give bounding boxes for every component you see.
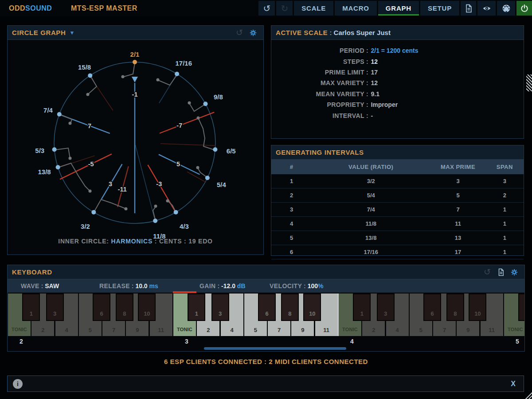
- ratio-label: 6/5: [227, 147, 236, 155]
- octave-number-strip: 2345: [8, 337, 524, 346]
- ray-label: 7: [88, 122, 91, 129]
- tab-setup[interactable]: SETUP: [420, 1, 459, 16]
- scale-degree-dot[interactable]: [174, 210, 178, 215]
- deviation-dot: [166, 200, 169, 203]
- midi-button[interactable]: [497, 1, 515, 16]
- tab-graph[interactable]: GRAPH: [378, 1, 419, 16]
- black-key[interactable]: 6: [258, 293, 276, 321]
- scale-degree-dot[interactable]: [57, 112, 62, 117]
- scale-degree-dot[interactable]: [213, 147, 217, 152]
- info-icon[interactable]: i: [13, 379, 23, 389]
- tab-scale[interactable]: SCALE: [294, 1, 333, 16]
- reset-icon[interactable]: ↺: [484, 268, 491, 276]
- ratio-label: 9/8: [214, 93, 223, 101]
- reset-icon[interactable]: ↺: [236, 28, 243, 37]
- scale-degree-dot[interactable]: [153, 219, 157, 223]
- column-header: VALUE (RATIO): [312, 160, 430, 174]
- deviation-line: [189, 103, 205, 111]
- black-key[interactable]: 3: [211, 293, 229, 321]
- ray-label: -5: [88, 160, 94, 168]
- octave-number: 2: [20, 337, 23, 346]
- deviation-dot: [69, 122, 72, 125]
- black-key[interactable]: 10: [469, 293, 486, 321]
- tonic-indicator: [173, 291, 196, 293]
- close-button[interactable]: X: [511, 376, 516, 391]
- scale-degree-dot[interactable]: [91, 210, 96, 215]
- range-boundary-line: [337, 293, 339, 336]
- circle-graph-panel: CIRCLE GRAPH ▼ ↺ -17-75-53-3-112/117/169…: [7, 25, 264, 255]
- eye-icon: [482, 4, 491, 13]
- top-bar: ODDSOUND MTS-ESP MASTER ↺ ↻ SCALE MACRO …: [0, 0, 532, 16]
- keyboard-params-bar: WAVE : SAW RELEASE : 10.0 ms GAIN : -12.…: [8, 279, 524, 293]
- resize-handle-right[interactable]: [526, 74, 532, 91]
- scale-property-value: Improper: [371, 101, 398, 108]
- piano-keys: TONIC2457911136810TONIC2457911136810TONI…: [8, 293, 524, 336]
- scale-property-row: INTERVAL : -: [271, 110, 524, 121]
- resize-handle-corner[interactable]: [524, 391, 532, 399]
- file-icon[interactable]: [497, 268, 505, 276]
- interval-row: 411/8111: [271, 217, 524, 231]
- wave-param[interactable]: WAVE : SAW: [21, 279, 59, 293]
- clients-status-text: 6 ESP CLIENTS CONNECTED : 2 MIDI CLIENTS…: [0, 358, 532, 365]
- black-key[interactable]: 3: [377, 293, 395, 321]
- file-icon: [464, 4, 473, 13]
- scale-degree-dot[interactable]: [175, 72, 179, 76]
- tab-scale-label: SCALE: [301, 4, 326, 12]
- black-key[interactable]: 1: [518, 293, 524, 321]
- black-key[interactable]: 1: [22, 293, 40, 321]
- generating-intervals-header: GENERATING INTERVALS: [271, 145, 524, 160]
- black-key[interactable]: 8: [116, 293, 133, 321]
- caption-suffix: : CENTS : 19 EDO: [153, 238, 213, 245]
- visibility-button[interactable]: [477, 1, 496, 16]
- scale-degree-dot[interactable]: [133, 60, 137, 64]
- black-key[interactable]: 6: [423, 293, 441, 321]
- circle-graph-title[interactable]: CIRCLE GRAPH: [12, 29, 66, 36]
- deviation-line: [124, 63, 135, 77]
- gear-icon[interactable]: [510, 268, 518, 276]
- caption-mode[interactable]: HARMONICS: [111, 238, 153, 245]
- deviation-line: [94, 200, 126, 212]
- keyboard-scrollbar[interactable]: [204, 347, 346, 350]
- scale-degree-dot[interactable]: [88, 73, 92, 78]
- black-key[interactable]: 3: [46, 293, 64, 321]
- black-key[interactable]: 10: [138, 293, 156, 321]
- black-key[interactable]: 6: [93, 293, 110, 321]
- gear-icon[interactable]: [249, 29, 257, 37]
- interval-row: 37/471: [271, 203, 524, 217]
- interval-row: 513/8131: [271, 231, 524, 245]
- black-key[interactable]: 8: [446, 293, 464, 321]
- chevron-down-icon[interactable]: ▼: [69, 30, 74, 36]
- gain-param[interactable]: GAIN : -12.0 dB: [200, 279, 246, 293]
- ray-label: -1: [132, 91, 138, 98]
- velocity-param[interactable]: VELOCITY : 100%: [270, 279, 323, 293]
- release-param[interactable]: RELEASE : 10.0 ms: [99, 279, 158, 293]
- undo-icon: ↺: [263, 4, 270, 13]
- scale-degree-dot[interactable]: [56, 165, 60, 169]
- black-key[interactable]: 8: [281, 293, 299, 321]
- table-header-row: #VALUE (RATIO)MAX PRIMESPAN: [271, 160, 524, 174]
- scale-property-value: 12: [371, 58, 378, 65]
- mts-esp-master-window: ODDSOUND MTS-ESP MASTER ↺ ↻ SCALE MACRO …: [0, 0, 532, 399]
- redo-button[interactable]: ↻: [276, 1, 293, 16]
- black-key[interactable]: 1: [188, 293, 205, 321]
- faint-ray: [160, 144, 215, 145]
- scale-property-value[interactable]: 2/1 = 1200 cents: [371, 47, 418, 54]
- generator-ray: [160, 112, 214, 133]
- ray-label: -3: [156, 180, 162, 188]
- undo-button[interactable]: ↺: [258, 1, 275, 16]
- black-key[interactable]: 10: [303, 293, 321, 321]
- scale-degree-dot[interactable]: [203, 102, 207, 106]
- deviation-line: [158, 75, 177, 85]
- black-key[interactable]: 1: [353, 293, 371, 321]
- scale-degree-dot[interactable]: [52, 147, 57, 152]
- keyboard-header: KEYBOARD ↺: [8, 265, 524, 279]
- tab-macro[interactable]: MACRO: [335, 1, 377, 16]
- power-button[interactable]: [516, 1, 532, 16]
- keyboard-title: KEYBOARD: [12, 268, 52, 276]
- circle-graph[interactable]: -17-75-53-3-112/117/169/86/55/44/311/83/…: [8, 40, 263, 254]
- file-button[interactable]: [461, 1, 476, 16]
- ratio-label: 7/4: [43, 106, 53, 114]
- faint-ray: [135, 145, 154, 218]
- deviation-line: [198, 168, 207, 177]
- scale-degree-dot[interactable]: [205, 176, 210, 180]
